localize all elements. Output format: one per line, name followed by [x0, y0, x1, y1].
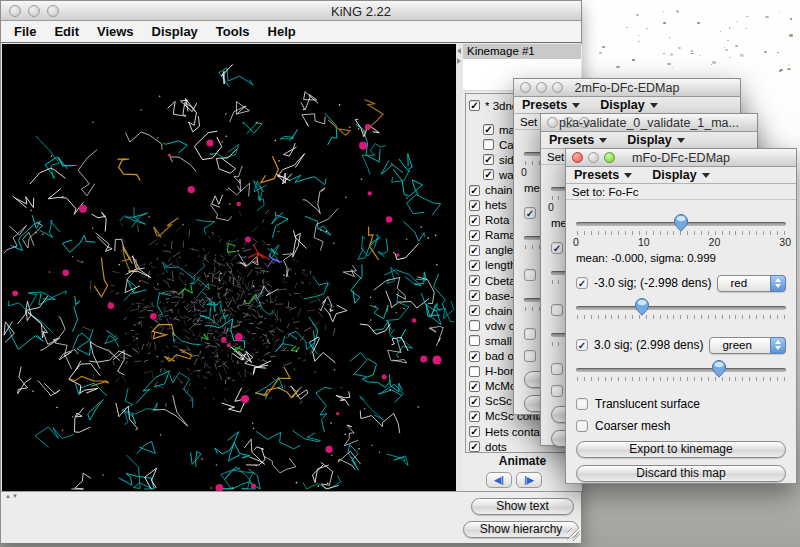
checkbox[interactable]	[469, 320, 480, 331]
slider-track[interactable]	[576, 368, 786, 372]
presets-menu[interactable]: Presets	[574, 168, 632, 182]
animate-next-button[interactable]: |▶	[516, 472, 542, 488]
checkbox[interactable]	[524, 328, 536, 340]
checkbox[interactable]	[469, 366, 480, 377]
display-menu[interactable]: Display	[652, 168, 709, 182]
export-to-kinemage-button[interactable]: Export to kinemage	[576, 441, 786, 458]
title-bar[interactable]: mFo-DFc-EDMap	[566, 149, 796, 167]
slider-ticks	[577, 377, 785, 381]
checkbox[interactable]	[551, 385, 563, 397]
checkbox[interactable]: ✓	[469, 305, 480, 316]
resize-grip[interactable]	[567, 528, 580, 541]
color-select[interactable]: red	[717, 275, 786, 292]
checkbox[interactable]: ✓	[469, 396, 480, 407]
select-stepper-icon	[770, 337, 786, 354]
window-title: 2mFo-DFc-EDMap	[514, 81, 740, 95]
checkbox[interactable]: ✓	[469, 185, 480, 196]
checkbox[interactable]: ✓	[469, 381, 480, 392]
checkbox[interactable]: ✓	[469, 290, 480, 301]
animate-prev-button[interactable]: ◀|	[486, 472, 512, 488]
checkbox[interactable]: ✓	[469, 100, 480, 111]
checkbox[interactable]	[483, 139, 494, 150]
discard-map-button[interactable]: Discard this map	[576, 465, 786, 482]
checkbox[interactable]: ✓	[576, 277, 588, 289]
select-stepper-icon	[770, 275, 786, 292]
menu-display[interactable]: Display	[143, 24, 207, 39]
presets-menu[interactable]: Presets	[549, 133, 607, 147]
show-hierarchy-button[interactable]: Show hierarchy	[463, 521, 579, 538]
slider-ticks	[577, 231, 785, 235]
splitter-collapse-icon[interactable]: ▲▼	[5, 493, 19, 499]
checkbox[interactable]	[524, 269, 536, 281]
chevron-down-icon	[650, 103, 658, 108]
checkbox[interactable]	[551, 304, 563, 316]
king-main-window: KiNG 2.22 File Edit Views Display Tools …	[0, 0, 582, 543]
checkbox[interactable]: ✓	[469, 351, 480, 362]
checkbox[interactable]: ✓	[483, 124, 494, 135]
collapse-right-icon[interactable]	[457, 58, 461, 64]
splitter-handle[interactable]	[456, 44, 463, 491]
zoom-window-icon[interactable]	[47, 5, 59, 17]
level-row-low: ✓ -3.0 sig; (-2.998 dens) red	[576, 274, 786, 292]
dialog-menu-bar: Presets Display	[541, 132, 757, 149]
edmap-dialog-mfo: mFo-DFc-EDMap Presets Display Set to: Fo…	[565, 148, 797, 484]
window-title: pka-validate_0_validate_1_ma...	[541, 116, 757, 130]
checkbox[interactable]: ✓	[469, 245, 480, 256]
menu-file[interactable]: File	[5, 24, 45, 39]
checkbox[interactable]: ✓	[483, 154, 494, 165]
menu-tools[interactable]: Tools	[207, 24, 259, 39]
checkbox[interactable]: ✓	[551, 242, 563, 254]
title-bar[interactable]: 2mFo-DFc-EDMap	[514, 79, 740, 97]
menu-bar: File Edit Views Display Tools Help	[1, 21, 581, 43]
title-bar[interactable]: pka-validate_0_validate_1_ma...	[541, 114, 757, 132]
color-select[interactable]: green	[709, 337, 786, 354]
menu-help[interactable]: Help	[259, 24, 305, 39]
slider-thumb[interactable]	[712, 360, 726, 378]
chevron-down-icon	[677, 138, 685, 143]
slider-thumb[interactable]	[635, 298, 649, 316]
checkbox[interactable]: ✓	[469, 230, 480, 241]
show-text-button[interactable]: Show text	[471, 498, 574, 515]
kinemage-list-item[interactable]: Kinemage #1	[463, 44, 581, 59]
checkbox[interactable]: ✓	[469, 275, 480, 286]
checkbox[interactable]	[524, 350, 536, 362]
close-icon[interactable]	[9, 5, 21, 17]
checkbox[interactable]: ✓	[483, 169, 494, 180]
checkbox[interactable]	[576, 398, 588, 410]
molecule-canvas[interactable]	[2, 44, 456, 491]
menu-edit[interactable]: Edit	[45, 24, 88, 39]
presets-menu[interactable]: Presets	[522, 98, 580, 112]
level-row-high: ✓ 3.0 sig; (2.998 dens) green	[576, 336, 786, 354]
dialog-menu-bar: Presets Display	[566, 167, 796, 184]
checkbox[interactable]	[551, 363, 563, 375]
checkbox[interactable]: ✓	[469, 411, 480, 422]
checkbox[interactable]: ✓	[576, 339, 588, 351]
menu-views[interactable]: Views	[88, 24, 143, 39]
display-menu[interactable]: Display	[600, 98, 657, 112]
window-controls	[9, 5, 59, 17]
level-slider[interactable]: 0102030	[576, 214, 786, 248]
display-menu[interactable]: Display	[627, 133, 684, 147]
checkbox[interactable]: ✓	[469, 215, 480, 226]
checkbox[interactable]: ✓	[469, 441, 480, 452]
mean-sigma-label: mean: -0.000, sigma: 0.999	[576, 252, 786, 264]
collapse-left-icon[interactable]	[457, 48, 461, 54]
title-bar[interactable]: KiNG 2.22	[1, 1, 581, 21]
window-title: KiNG 2.22	[331, 4, 391, 19]
checkbox[interactable]: ✓	[469, 200, 480, 211]
tree-item-label: hets	[485, 199, 507, 211]
minimize-icon[interactable]	[28, 5, 40, 17]
chevron-down-icon	[572, 103, 580, 108]
window-title: mFo-DFc-EDMap	[566, 151, 796, 165]
slider-thumb[interactable]	[674, 214, 688, 232]
checkbox[interactable]: ✓	[524, 207, 536, 219]
checkbox[interactable]	[469, 335, 480, 346]
slider-ticks	[577, 315, 785, 319]
checkbox[interactable]	[576, 420, 588, 432]
slider-track[interactable]	[576, 306, 786, 310]
checkbox[interactable]: ✓	[469, 260, 480, 271]
checkbox[interactable]: ✓	[469, 426, 480, 437]
level-slider[interactable]	[576, 298, 786, 322]
level-slider[interactable]	[576, 360, 786, 384]
translucent-checkbox-row: Translucent surface	[576, 396, 786, 412]
